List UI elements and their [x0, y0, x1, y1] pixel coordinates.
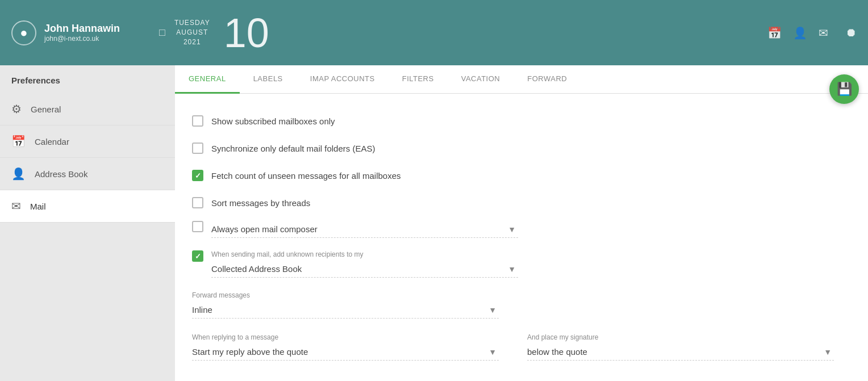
sidebar-item-mail[interactable]: ✉ Mail	[0, 190, 175, 223]
signature-dropdown-wrapper: below the quote ▼	[527, 344, 834, 361]
checkbox-fetch-unseen[interactable]	[192, 170, 203, 181]
sidebar: Preferences ⚙ General 📅 Calendar 👤 Addre…	[0, 65, 175, 381]
content-area: 💾 GENERAL LABELS IMAP ACCOUNTS FILTERS V…	[175, 65, 868, 381]
tab-filters[interactable]: FILTERS	[389, 65, 448, 94]
checkbox-always-open-composer[interactable]	[192, 221, 203, 232]
recipients-dropdown-container: When sending mail, add unknown recipient…	[211, 250, 851, 278]
user-email: john@i-next.co.uk	[44, 35, 120, 43]
recipients-dropdown-label: When sending mail, add unknown recipient…	[211, 250, 851, 258]
sidebar-item-label: General	[31, 104, 61, 114]
checkbox-sort-threads[interactable]	[192, 197, 203, 208]
label-show-subscribed[interactable]: Show subscribed mailboxes only	[211, 116, 335, 126]
tab-labels[interactable]: LABELS	[240, 65, 297, 94]
checkbox-unknown-recipients[interactable]	[192, 250, 203, 262]
settings-content: Show subscribed mailboxes only Synchroni…	[175, 94, 868, 381]
calendar-icon[interactable]: 📅	[767, 26, 782, 40]
recipients-dropdown[interactable]: Collected Address Book	[211, 261, 518, 278]
date-text: TUESDAY AUGUST 2021	[174, 18, 210, 47]
forward-messages-dropdown-wrapper: Inline ▼	[192, 302, 499, 319]
label-fetch-unseen[interactable]: Fetch count of unseen messages for all m…	[211, 171, 401, 181]
tab-general[interactable]: GENERAL	[175, 65, 240, 94]
sidebar-item-label: Calendar	[35, 137, 69, 146]
sidebar-heading: Preferences	[0, 65, 175, 93]
date-number: 10	[224, 12, 269, 53]
tab-imap[interactable]: IMAP ACCOUNTS	[297, 65, 389, 94]
composer-dropdown[interactable]: Always open mail composer	[211, 221, 518, 238]
tabs-bar: GENERAL LABELS IMAP ACCOUNTS FILTERS VAC…	[175, 65, 868, 94]
mail-icon[interactable]: ✉	[819, 26, 828, 40]
tab-forward[interactable]: FORWARD	[514, 65, 581, 94]
gear-icon: ⚙	[11, 102, 22, 116]
label-sync-default[interactable]: Synchronize only default mail folders (E…	[211, 144, 375, 153]
setting-forward-messages: Forward messages Inline ▼	[192, 286, 851, 328]
address-book-icon: 👤	[11, 167, 26, 181]
contacts-icon[interactable]: 👤	[793, 26, 807, 40]
checkbox-sync-default[interactable]	[192, 143, 203, 154]
setting-reply-signature: When replying to a message Start my repl…	[192, 328, 851, 366]
signature-dropdown[interactable]: below the quote	[527, 344, 834, 361]
recipients-dropdown-wrapper: Collected Address Book ▼	[211, 261, 518, 278]
header-actions: 📅 👤 ✉ ⏺	[767, 26, 857, 40]
reply-col: When replying to a message Start my repl…	[192, 333, 516, 361]
expand-icon[interactable]: □	[159, 27, 165, 39]
user-info: John Hannawin john@i-next.co.uk	[44, 23, 120, 43]
save-icon: 💾	[837, 82, 852, 97]
reply-dropdown-wrapper: Start my reply above the quote ▼	[192, 344, 499, 361]
tab-vacation[interactable]: VACATION	[448, 65, 514, 94]
sidebar-item-label: Address Book	[35, 169, 87, 179]
setting-always-open-composer: Always open mail composer ▼	[192, 216, 851, 246]
date-display: □ TUESDAY AUGUST 2021 10	[159, 12, 269, 53]
app-header: ● John Hannawin john@i-next.co.uk □ TUES…	[0, 0, 868, 65]
label-sort-threads[interactable]: Sort messages by threads	[211, 198, 310, 208]
user-name: John Hannawin	[44, 23, 120, 35]
composer-dropdown-container: Always open mail composer ▼	[211, 221, 851, 238]
reply-label: When replying to a message	[192, 333, 516, 341]
checkbox-show-subscribed[interactable]	[192, 115, 203, 127]
setting-unknown-recipients: When sending mail, add unknown recipient…	[192, 246, 851, 286]
mail-sidebar-icon: ✉	[11, 199, 21, 213]
save-button[interactable]: 💾	[829, 74, 859, 104]
setting-sort-threads: Sort messages by threads	[192, 189, 851, 216]
main-layout: Preferences ⚙ General 📅 Calendar 👤 Addre…	[0, 65, 868, 381]
composer-dropdown-wrapper: Always open mail composer ▼	[211, 221, 518, 238]
avatar: ●	[11, 20, 36, 45]
reply-dropdown[interactable]: Start my reply above the quote	[192, 344, 499, 361]
sidebar-item-general[interactable]: ⚙ General	[0, 93, 175, 125]
calendar-sidebar-icon: 📅	[11, 135, 26, 148]
sidebar-item-address-book[interactable]: 👤 Address Book	[0, 158, 175, 190]
signature-label: And place my signature	[527, 333, 851, 341]
sidebar-item-calendar[interactable]: 📅 Calendar	[0, 125, 175, 158]
power-icon[interactable]: ⏺	[845, 26, 857, 39]
setting-fetch-unseen: Fetch count of unseen messages for all m…	[192, 162, 851, 189]
sidebar-item-label: Mail	[30, 202, 46, 211]
setting-show-subscribed: Show subscribed mailboxes only	[192, 107, 851, 135]
user-profile: ● John Hannawin john@i-next.co.uk	[11, 20, 125, 45]
signature-col: And place my signature below the quote ▼	[527, 333, 851, 361]
forward-messages-label: Forward messages	[192, 291, 851, 299]
forward-messages-dropdown[interactable]: Inline	[192, 302, 499, 319]
setting-sync-default: Synchronize only default mail folders (E…	[192, 135, 851, 162]
